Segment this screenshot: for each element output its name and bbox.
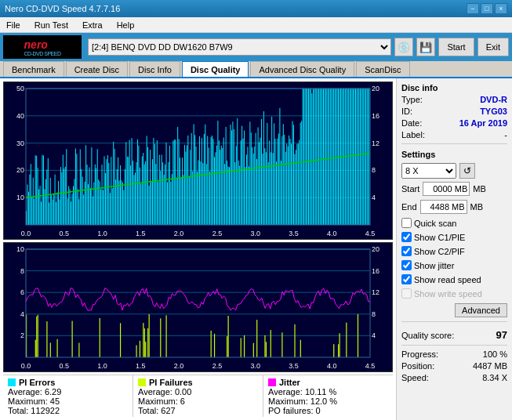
- pi-failures-label: PI Failures: [138, 378, 258, 387]
- speed-label: Speed:: [401, 373, 429, 382]
- show-read-speed-row: Show read speed: [401, 274, 507, 284]
- quick-scan-checkbox[interactable]: [401, 218, 412, 228]
- maximize-button[interactable]: □: [481, 3, 493, 14]
- tab-bar: Benchmark Create Disc Disc Info Disc Qua…: [0, 61, 512, 78]
- jitter-color-box: [268, 378, 276, 386]
- end-mb-input[interactable]: [420, 200, 467, 214]
- show-c1pie-row: Show C1/PIE: [401, 232, 507, 242]
- pi-failures-maximum: Maximum: 6: [138, 396, 258, 406]
- menu-file[interactable]: File: [3, 20, 24, 31]
- show-c2pif-checkbox[interactable]: [401, 246, 412, 256]
- speed-value: 8.34 X: [482, 373, 507, 382]
- disc-icon-button[interactable]: 💿: [394, 38, 413, 56]
- menubar: File Run Test Extra Help: [0, 17, 512, 33]
- disc-type-value: DVD-R: [480, 95, 507, 104]
- show-c2pif-label: Show C2/PIF: [414, 247, 465, 256]
- quality-score-row: Quality score: 97: [401, 329, 507, 341]
- start-button[interactable]: Start: [438, 38, 474, 56]
- end-label: End: [401, 202, 417, 212]
- disc-label-value: -: [504, 130, 507, 139]
- pi-errors-average: Average: 6.29: [8, 387, 128, 396]
- disc-info-header: Disc info: [401, 83, 507, 92]
- show-jitter-row: Show jitter: [401, 260, 507, 270]
- disc-type-row: Type: DVD-R: [401, 95, 507, 104]
- show-jitter-label: Show jitter: [414, 261, 454, 270]
- lower-chart: [3, 242, 393, 372]
- disc-date-row: Date: 16 Apr 2019: [401, 118, 507, 128]
- menu-runtest[interactable]: Run Test: [31, 20, 71, 31]
- pi-failures-color-box: [138, 378, 146, 386]
- tab-benchmark[interactable]: Benchmark: [3, 61, 64, 77]
- start-mb-label: MB: [473, 184, 486, 194]
- titlebar: Nero CD-DVD Speed 4.7.7.16 − □ ×: [0, 0, 512, 17]
- close-button[interactable]: ×: [495, 3, 507, 14]
- refresh-button[interactable]: ↺: [459, 163, 475, 179]
- progress-value: 100 %: [483, 349, 507, 359]
- progress-label: Progress:: [401, 349, 438, 359]
- start-mb-row: Start MB: [401, 182, 507, 196]
- save-icon-button[interactable]: 💾: [416, 38, 435, 56]
- show-write-speed-row: Show write speed: [401, 288, 507, 299]
- divider-3: [401, 345, 507, 346]
- disc-date-label: Date:: [401, 118, 422, 128]
- exit-button[interactable]: Exit: [478, 38, 509, 56]
- show-c2pif-row: Show C2/PIF: [401, 246, 507, 256]
- speed-setting-row: 8 X ↺: [401, 163, 507, 179]
- jitter-po: PO failures: 0: [268, 406, 388, 415]
- settings-header: Settings: [401, 150, 507, 159]
- pi-errors-total: Total: 112922: [8, 406, 128, 415]
- tab-create-disc[interactable]: Create Disc: [66, 61, 128, 77]
- tab-scandisc[interactable]: ScanDisc: [356, 61, 409, 77]
- show-c1pie-label: Show C1/PIE: [414, 233, 465, 242]
- quality-score-label: Quality score:: [401, 331, 454, 340]
- jitter-stats: Jitter Average: 10.11 % Maximum: 12.0 % …: [263, 375, 393, 417]
- end-mb-label: MB: [470, 202, 484, 212]
- show-c1pie-checkbox[interactable]: [401, 232, 412, 242]
- pi-errors-color-box: [8, 378, 16, 386]
- start-mb-input[interactable]: [423, 182, 470, 196]
- speed-selector[interactable]: 8 X: [401, 163, 456, 179]
- lower-chart-canvas: [4, 243, 392, 371]
- quick-scan-row: Quick scan: [401, 218, 507, 228]
- show-write-speed-checkbox[interactable]: [401, 288, 412, 299]
- start-label: Start: [401, 184, 419, 194]
- app-logo: nero CD-DVD SPEED: [3, 35, 82, 59]
- menu-help[interactable]: Help: [114, 20, 138, 31]
- show-write-speed-label: Show write speed: [414, 289, 482, 299]
- disc-label-label: Label:: [401, 130, 425, 139]
- pi-errors-stats: PI Errors Average: 6.29 Maximum: 45 Tota…: [3, 375, 133, 417]
- app-title: Nero CD-DVD Speed 4.7.7.16: [5, 4, 120, 13]
- main-content: PI Errors Average: 6.29 Maximum: 45 Tota…: [0, 78, 512, 420]
- nero-logo-text: nero: [24, 38, 61, 51]
- show-jitter-checkbox[interactable]: [401, 260, 412, 270]
- toolbar: nero CD-DVD SPEED [2:4] BENQ DVD DD DW16…: [0, 33, 512, 61]
- speed-row: Speed: 8.34 X: [401, 373, 507, 382]
- upper-chart: [3, 81, 393, 240]
- window-controls: − □ ×: [467, 3, 507, 14]
- disc-type-label: Type:: [401, 95, 423, 104]
- pi-failures-stats: PI Failures Average: 0.00 Maximum: 6 Tot…: [133, 375, 263, 417]
- quick-scan-label: Quick scan: [414, 219, 456, 228]
- tab-advanced-disc-quality[interactable]: Advanced Disc Quality: [250, 61, 354, 77]
- menu-extra[interactable]: Extra: [79, 20, 106, 31]
- advanced-button[interactable]: Advanced: [455, 303, 507, 317]
- minimize-button[interactable]: −: [467, 3, 479, 14]
- tab-disc-quality[interactable]: Disc Quality: [182, 61, 249, 77]
- chart-area: PI Errors Average: 6.29 Maximum: 45 Tota…: [0, 78, 396, 420]
- jitter-maximum: Maximum: 12.0 %: [268, 396, 388, 406]
- right-panel: Disc info Type: DVD-R ID: TYG03 Date: 16…: [396, 78, 512, 420]
- pi-failures-average: Average: 0.00: [138, 387, 258, 396]
- divider-2: [401, 321, 507, 322]
- show-read-speed-label: Show read speed: [414, 275, 481, 284]
- drive-selector[interactable]: [2:4] BENQ DVD DD DW1620 B7W9: [88, 38, 391, 56]
- tab-disc-info[interactable]: Disc Info: [129, 61, 180, 77]
- position-value: 4487 MB: [473, 361, 507, 371]
- disc-label-row: Label: -: [401, 130, 507, 139]
- disc-id-row: ID: TYG03: [401, 107, 507, 116]
- divider-1: [401, 143, 507, 144]
- upper-chart-canvas: [4, 82, 392, 239]
- position-row: Position: 4487 MB: [401, 361, 507, 371]
- disc-date-value: 16 Apr 2019: [459, 118, 507, 128]
- show-read-speed-checkbox[interactable]: [401, 274, 412, 284]
- end-mb-row: End MB: [401, 200, 507, 214]
